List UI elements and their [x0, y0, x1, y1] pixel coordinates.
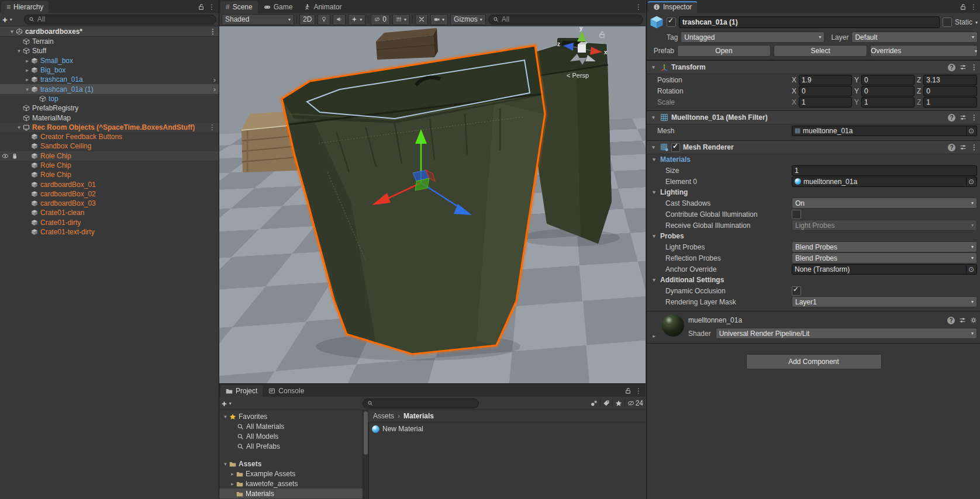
- tab-game[interactable]: Game: [258, 1, 298, 13]
- dynamic-occlusion-checkbox[interactable]: [792, 286, 801, 296]
- foldout-arrow[interactable]: ▾: [15, 124, 23, 130]
- probes-foldout[interactable]: ▾ Probes: [647, 231, 980, 241]
- hierarchy-item-row[interactable]: PrefabRegistry: [0, 103, 219, 113]
- row-visibility-toggles[interactable]: [2, 153, 18, 160]
- contribute-gi-checkbox[interactable]: [792, 210, 801, 219]
- scale-z-field[interactable]: 1: [923, 97, 977, 108]
- foldout-arrow[interactable]: ▸: [229, 481, 236, 487]
- assets-root-row[interactable]: ▾ Assets: [219, 459, 363, 469]
- hierarchy-item-row[interactable]: cardboardBox_03: [0, 199, 219, 208]
- component-tools-button[interactable]: [415, 14, 428, 25]
- static-dropdown-arrow[interactable]: ▾: [975, 20, 978, 25]
- hierarchy-item-row[interactable]: ▸Big_box: [0, 65, 219, 75]
- lighting-foldout[interactable]: ▾ Lighting: [647, 187, 980, 197]
- tab-animator[interactable]: Animator: [298, 1, 347, 13]
- hierarchy-item-row[interactable]: ▾trashcan_01a (1)›: [0, 84, 219, 93]
- favorites-item-row[interactable]: All Models: [219, 431, 363, 441]
- hierarchy-item-row[interactable]: Crate01-text-dirty: [0, 227, 219, 237]
- foldout-arrow[interactable]: ▾: [222, 414, 229, 420]
- favorites-root-row[interactable]: ▾ Favorites: [219, 411, 363, 421]
- lock-icon[interactable]: [624, 387, 632, 394]
- hierarchy-item-row[interactable]: ▾Stuff: [0, 46, 219, 56]
- foldout-arrow[interactable]: ▸: [23, 58, 31, 64]
- hierarchy-item-row[interactable]: cardboardBox_01: [0, 179, 219, 189]
- hidden-objects-toggle[interactable]: 0: [371, 14, 390, 25]
- position-y-field[interactable]: 0: [861, 75, 915, 85]
- position-x-field[interactable]: 1.9: [799, 75, 852, 85]
- hierarchy-item-row[interactable]: Terrain: [0, 37, 219, 46]
- gear-icon[interactable]: [970, 317, 977, 324]
- saved-search-star-icon[interactable]: [615, 400, 622, 407]
- scene-menu-icon[interactable]: ⋮: [209, 27, 216, 36]
- hierarchy-item-row[interactable]: Sandbox Ceiling: [0, 141, 219, 151]
- prefab-open-chevron[interactable]: ›: [213, 85, 216, 93]
- foldout-arrow[interactable]: ▾: [15, 48, 23, 54]
- audio-toggle[interactable]: [333, 14, 346, 25]
- help-icon[interactable]: ?: [948, 114, 955, 122]
- lock-icon[interactable]: [960, 4, 967, 11]
- foldout-arrow[interactable]: ▾: [23, 86, 31, 92]
- foldout-arrow[interactable]: ▾: [650, 115, 657, 120]
- prefab-open-chevron[interactable]: ›: [213, 76, 216, 84]
- component-enabled-checkbox[interactable]: [671, 143, 680, 152]
- position-z-field[interactable]: 3.13: [923, 75, 977, 85]
- mesh-renderer-component-header[interactable]: ▾ Mesh Renderer ? ⋮: [647, 140, 980, 154]
- light-probes-dropdown[interactable]: Blend Probes▾: [792, 241, 977, 252]
- row-menu-icon[interactable]: ⋮: [209, 123, 216, 131]
- tab-console[interactable]: Console: [263, 385, 309, 397]
- shading-mode-dropdown[interactable]: Shaded ▾: [222, 14, 294, 25]
- favorites-item-row[interactable]: All Prefabs: [219, 441, 363, 451]
- hierarchy-item-row[interactable]: Role Chip: [0, 161, 219, 170]
- hierarchy-search-input[interactable]: All: [24, 15, 216, 25]
- help-icon[interactable]: ?: [948, 144, 955, 151]
- panel-menu-icon[interactable]: ⋮: [208, 3, 215, 11]
- breadcrumb-root[interactable]: Assets: [373, 412, 394, 420]
- presets-icon[interactable]: [960, 64, 967, 71]
- presets-icon[interactable]: [960, 144, 967, 151]
- hidden-packages-toggle[interactable]: 24: [627, 399, 643, 407]
- create-dropdown-arrow[interactable]: ▾: [10, 17, 12, 22]
- gizmo-y-cone[interactable]: [577, 31, 586, 41]
- object-picker-icon[interactable]: ⊙: [966, 178, 974, 186]
- scene-search-input[interactable]: All: [488, 15, 643, 25]
- effects-dropdown[interactable]: ▾: [348, 14, 365, 25]
- hierarchy-item-row[interactable]: top: [0, 94, 219, 103]
- hierarchy-item-row[interactable]: Role Chip: [0, 151, 219, 161]
- static-checkbox[interactable]: [943, 18, 952, 27]
- component-menu-icon[interactable]: ⋮: [971, 113, 978, 122]
- help-icon[interactable]: ?: [948, 64, 955, 71]
- perspective-label[interactable]: < Persp: [567, 72, 589, 79]
- hierarchy-item-row[interactable]: cardboardBox_02: [0, 189, 219, 199]
- scale-y-field[interactable]: 1: [861, 97, 915, 108]
- gizmo-center-cube[interactable]: [578, 44, 586, 53]
- foldout-arrow[interactable]: ▸: [23, 77, 31, 82]
- foldout-arrow[interactable]: ▸: [23, 67, 31, 73]
- materials-element-field[interactable]: muelltonnen_01a ⊙: [792, 176, 977, 187]
- anchor-override-field[interactable]: None (Transform) ⊙: [792, 264, 977, 275]
- tab-hierarchy[interactable]: ≡ Hierarchy: [1, 1, 49, 13]
- breadcrumb-current[interactable]: Materials: [403, 412, 434, 420]
- cardboard-box-object[interactable]: [376, 28, 438, 60]
- hierarchy-item-row[interactable]: ▸trashcan_01a›: [0, 75, 219, 84]
- hierarchy-item-row[interactable]: MaterialMap: [0, 113, 219, 122]
- scene-header-row[interactable]: ▾ cardboardboxes* ⋮: [0, 26, 219, 37]
- transform-component-header[interactable]: ▾ Transform ? ⋮: [647, 60, 980, 74]
- add-component-button[interactable]: Add Component: [746, 354, 882, 369]
- foldout-arrow[interactable]: ▾: [650, 64, 657, 70]
- foldout-arrow[interactable]: ▾: [8, 29, 16, 34]
- file-item[interactable]: New Material: [368, 422, 646, 435]
- prefab-select-button[interactable]: Select: [774, 45, 867, 57]
- assets-folder-row[interactable]: ▸ Example Assets: [219, 469, 363, 479]
- lighting-toggle[interactable]: [318, 14, 330, 25]
- view-lock-icon[interactable]: [600, 32, 604, 37]
- camera-settings-dropdown[interactable]: ▾: [430, 14, 448, 25]
- foldout-arrow[interactable]: ▾: [650, 189, 658, 195]
- component-menu-icon[interactable]: ⋮: [971, 143, 978, 151]
- favorites-item-row[interactable]: All Materials: [219, 421, 363, 431]
- material-preview-sphere[interactable]: [662, 314, 684, 337]
- 2d-toggle[interactable]: 2D: [299, 14, 315, 25]
- foldout-arrow[interactable]: ▸: [229, 471, 236, 477]
- materials-size-field[interactable]: 1: [792, 165, 977, 176]
- component-menu-icon[interactable]: ⋮: [971, 63, 978, 71]
- prefab-open-button[interactable]: Open: [677, 45, 771, 57]
